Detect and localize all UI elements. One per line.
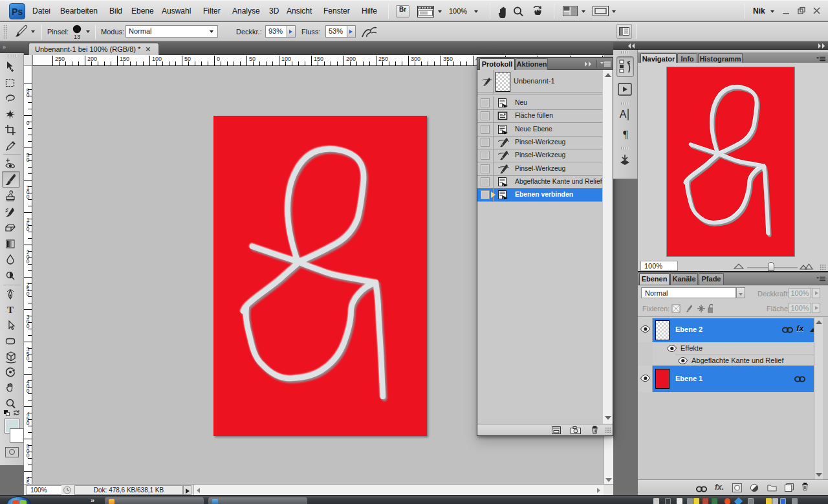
- svg-text:A: A: [620, 109, 627, 120]
- svg-text:¶: ¶: [623, 128, 628, 140]
- svg-text:T: T: [7, 305, 14, 315]
- svg-text:13: 13: [74, 34, 80, 40]
